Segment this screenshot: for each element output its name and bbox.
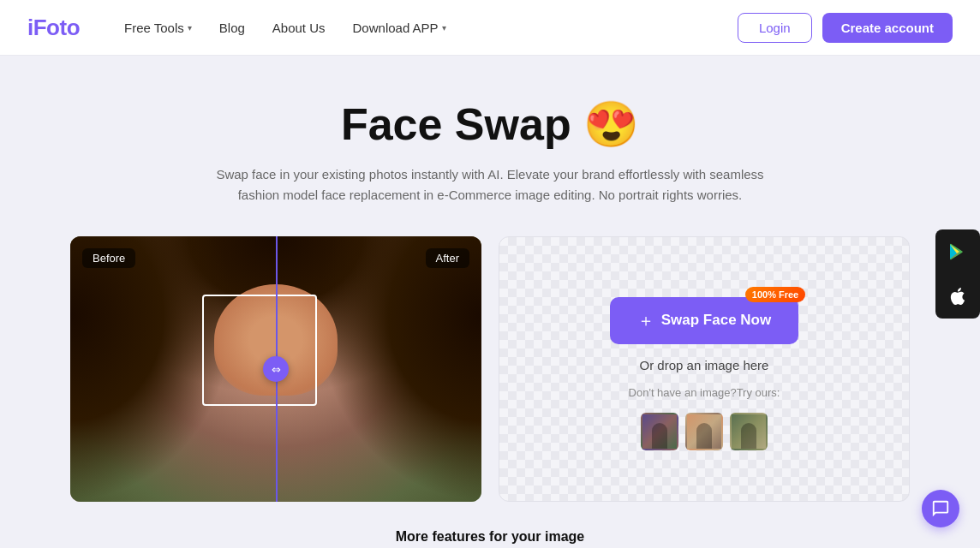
- before-after-container: ⇔ Before After: [70, 236, 481, 502]
- create-account-button[interactable]: Create account: [822, 13, 953, 43]
- hero-title: Face Swap 😍: [341, 98, 639, 151]
- nav-item-free-tools[interactable]: Free Tools ▾: [114, 14, 202, 42]
- nav-links: Free Tools ▾ Blog About Us Download APP …: [114, 14, 738, 42]
- swap-face-button[interactable]: ＋ Swap Face Now: [610, 297, 798, 344]
- chat-button[interactable]: [922, 490, 959, 527]
- login-button[interactable]: Login: [738, 13, 812, 43]
- chevron-down-icon: ▾: [442, 23, 446, 33]
- apple-store-button[interactable]: [935, 274, 980, 319]
- after-badge: After: [426, 248, 469, 268]
- google-play-icon: [947, 241, 968, 262]
- sample-image-2[interactable]: [685, 413, 723, 450]
- main-content: Face Swap 😍 Swap face in your existing p…: [0, 56, 980, 548]
- hair-right: [317, 236, 481, 502]
- hero-subtitle: Swap face in your existing photos instan…: [216, 164, 764, 206]
- chevron-down-icon: ▾: [188, 23, 192, 33]
- face-detection-box: [202, 295, 317, 406]
- sample-images: [641, 413, 768, 450]
- nav-item-download-app[interactable]: Download APP ▾: [343, 14, 457, 42]
- try-text: Don't have an image?Try ours:: [629, 386, 780, 399]
- panels: ⇔ Before After 100% Free ＋ Swap Face Now…: [70, 236, 910, 502]
- before-after-panel: ⇔ Before After: [70, 236, 481, 502]
- nav-item-about-us[interactable]: About Us: [262, 14, 336, 42]
- upload-panel: 100% Free ＋ Swap Face Now Or drop an ima…: [499, 236, 910, 502]
- nav-item-blog[interactable]: Blog: [209, 14, 255, 42]
- google-play-button[interactable]: [935, 229, 980, 274]
- side-panel: [935, 229, 980, 319]
- navbar: iFoto Free Tools ▾ Blog About Us Downloa…: [0, 0, 980, 56]
- sample-image-3[interactable]: [730, 413, 768, 450]
- free-badge: 100% Free: [745, 287, 805, 302]
- drag-handle[interactable]: ⇔: [263, 356, 289, 382]
- more-features-text: More features for your image: [396, 529, 585, 545]
- chat-icon: [931, 499, 950, 518]
- drop-text: Or drop an image here: [640, 358, 769, 372]
- plus-icon: ＋: [637, 309, 654, 332]
- logo[interactable]: iFoto: [27, 15, 80, 41]
- apple-icon: [947, 286, 968, 307]
- swap-btn-wrapper: 100% Free ＋ Swap Face Now: [610, 297, 798, 344]
- sample-image-1[interactable]: [641, 413, 678, 450]
- nav-actions: Login Create account: [738, 13, 953, 43]
- before-badge: Before: [82, 248, 135, 268]
